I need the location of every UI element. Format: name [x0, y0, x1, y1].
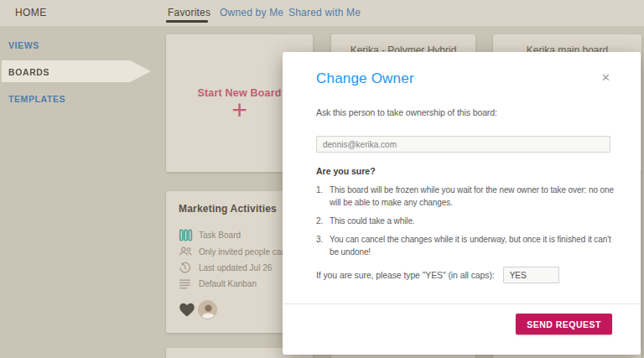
history-icon	[179, 262, 193, 274]
board-detail-row: Default Kanban	[179, 278, 257, 290]
are-you-sure-heading: Are you sure?	[316, 166, 376, 176]
warning-number: 2.	[316, 215, 330, 227]
favorite-heart-icon[interactable]	[179, 302, 195, 318]
type-yes-label: If you are sure, please type "YES" (in a…	[316, 270, 495, 280]
confirm-row: If you are sure, please type "YES" (in a…	[316, 267, 559, 283]
board-card-title: Marketing Activities	[179, 203, 277, 215]
new-owner-email-input[interactable]	[316, 136, 610, 153]
sidebar-item-templates[interactable]: TEMPLATES	[8, 94, 65, 104]
active-tab-underline	[166, 20, 208, 23]
sidebar-item-boards-label: BOARDS	[8, 67, 49, 77]
warning-number: 1.	[316, 184, 330, 209]
dialog-title: Change Owner	[316, 70, 414, 87]
people-icon	[179, 246, 193, 258]
sidebar-item-boards[interactable]: BOARDS	[2, 60, 151, 82]
warning-number: 3.	[316, 233, 330, 258]
tab-owned-by-me[interactable]: Owned by Me	[220, 7, 283, 18]
home-label: HOME	[15, 7, 47, 18]
board-detail-row: Task Board	[179, 229, 241, 241]
change-owner-dialog: Change Owner ✕ Ask this person to take o…	[283, 52, 641, 355]
send-request-button[interactable]: SEND REQUEST	[516, 314, 612, 335]
list-lines-icon	[179, 278, 193, 290]
kanban-board-icon	[179, 229, 193, 241]
card-footer	[179, 300, 217, 319]
warning-text: This board will be frozen while you wait…	[330, 184, 618, 209]
close-icon[interactable]: ✕	[601, 72, 610, 83]
warning-text: You can cancel the changes while it is u…	[330, 233, 618, 258]
header-bar: HOME Favorites Owned by Me Shared with M…	[0, 0, 644, 26]
owner-avatar[interactable]	[198, 300, 217, 319]
board-detail-text: Last updated Jul 26	[199, 263, 272, 272]
ownership-prompt-text: Ask this person to take ownership of thi…	[316, 107, 497, 117]
board-detail-text: Default Kanban	[199, 279, 257, 288]
warning-list: 1. This board will be frozen while you w…	[316, 184, 618, 264]
tab-shared-with-me[interactable]: Shared with Me	[288, 7, 361, 18]
tab-favorites[interactable]: Favorites	[168, 7, 210, 18]
warning-item: 1. This board will be frozen while you w…	[316, 184, 618, 209]
warning-item: 3. You can cancel the changes while it i…	[316, 233, 618, 258]
yes-confirmation-input[interactable]	[503, 267, 559, 283]
board-detail-text: Task Board	[199, 231, 241, 240]
footer-divider	[283, 304, 641, 304]
board-detail-row: Last updated Jul 26	[179, 262, 272, 274]
sidebar-item-views[interactable]: VIEWS	[8, 40, 39, 50]
home-screen: HOME Favorites Owned by Me Shared with M…	[0, 0, 644, 358]
warning-item: 2. This could take a while.	[316, 215, 618, 227]
warning-text: This could take a while.	[330, 215, 618, 227]
